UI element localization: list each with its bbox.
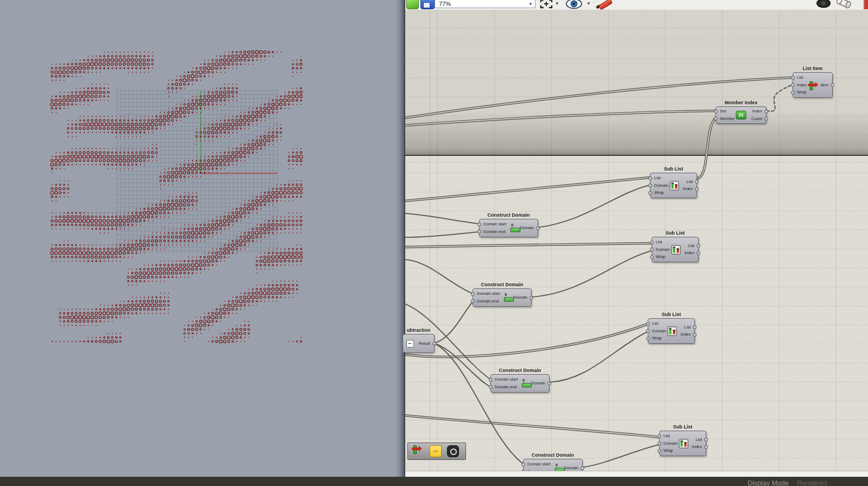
wire[interactable] [531, 251, 651, 297]
input-nub[interactable] [791, 83, 795, 87]
input-nub[interactable] [648, 176, 652, 180]
param-label: Domain [652, 329, 666, 333]
hidden-preview-eye-icon[interactable] [815, 0, 832, 9]
component-subtraction[interactable]: ubtractionResult− [403, 334, 435, 353]
chevron-down-icon[interactable]: ▼ [555, 1, 559, 6]
sublist-icon [668, 326, 677, 336]
input-nub[interactable] [648, 184, 652, 187]
preview-eye-icon[interactable] [447, 445, 459, 457]
input-nub[interactable] [646, 322, 650, 326]
input-nub[interactable] [489, 385, 493, 389]
input-nub[interactable] [646, 337, 650, 340]
input-nub[interactable] [658, 441, 661, 445]
viewport-canvas-separator[interactable] [392, 0, 405, 477]
component-construct-domain-1[interactable]: Construct DomainDomain startDomain endDo… [479, 219, 538, 237]
zoom-level-value: 77% [439, 1, 451, 7]
wire[interactable] [434, 301, 473, 343]
param-label: Set [720, 109, 726, 113]
input-nub[interactable] [650, 255, 654, 259]
rhino-viewport[interactable] [0, 0, 405, 477]
component-sub-list-4[interactable]: Sub ListListDomainWrapListIndex [659, 431, 706, 456]
input-nub[interactable] [658, 449, 661, 453]
component-title: Sub List [673, 424, 693, 430]
output-nub[interactable] [764, 110, 768, 113]
output-nub[interactable] [697, 251, 700, 255]
wire[interactable] [697, 118, 715, 179]
output-nub[interactable] [432, 342, 436, 345]
input-nub[interactable] [648, 191, 652, 195]
component-title: Sub List [666, 230, 685, 236]
red-partial-icon[interactable] [863, 0, 868, 9]
wire[interactable] [405, 213, 478, 224]
input-nub[interactable] [521, 463, 525, 466]
wire[interactable] [538, 185, 649, 228]
input-nub[interactable] [471, 292, 475, 296]
input-nub[interactable] [714, 117, 718, 121]
wire[interactable] [405, 260, 472, 293]
input-nub[interactable] [489, 378, 493, 382]
input-nub[interactable] [791, 76, 795, 80]
param-label: Item [820, 83, 828, 87]
preview-eye-icon[interactable] [565, 0, 583, 10]
wire[interactable] [582, 445, 659, 468]
output-nub[interactable] [695, 187, 699, 191]
input-nub[interactable] [714, 110, 718, 113]
output-nub[interactable] [580, 466, 584, 470]
param-label: Result [419, 342, 430, 346]
document-preview-cylinder-icon[interactable] [835, 0, 853, 10]
squiggle-icon[interactable]: ∼ [430, 445, 442, 457]
output-nub[interactable] [693, 333, 697, 337]
grasshopper-window: 77% ▼ ▼ ▼ [405, 0, 868, 481]
component-sub-list-2[interactable]: Sub ListListDomainWrapListIndex [652, 237, 699, 262]
component-construct-domain-2[interactable]: Construct DomainDomain startDomain endDo… [473, 288, 532, 307]
component-member-index[interactable]: Member IndexSetMemberIndexCountm [716, 106, 767, 124]
output-nub[interactable] [704, 445, 708, 449]
input-nub[interactable] [471, 299, 475, 303]
input-nub[interactable] [650, 241, 654, 244]
save-file-icon[interactable] [420, 0, 435, 9]
cdom-icon: 0 1 [504, 294, 514, 302]
wire[interactable] [405, 111, 715, 125]
param-label: List [695, 438, 702, 442]
wire[interactable] [434, 343, 490, 387]
component-title: Construct Domain [532, 452, 574, 458]
param-label: Domain start [527, 462, 551, 466]
input-nub[interactable] [477, 230, 481, 233]
zoom-level-combobox[interactable]: 77% ▼ [435, 0, 535, 8]
output-nub[interactable] [536, 226, 540, 230]
rhino-grasshopper-window: 77% ▼ ▼ ▼ [0, 0, 868, 486]
component-title: Construct Domain [481, 282, 523, 287]
input-nub[interactable] [658, 434, 661, 438]
output-nub[interactable] [831, 83, 834, 87]
component-list-item[interactable]: List ItemListIndexWrapItem [793, 72, 833, 98]
param-label: List [656, 240, 662, 244]
list-item-icon[interactable] [412, 445, 424, 457]
component-sub-list-3[interactable]: Sub ListListDomainWrapListIndex [648, 318, 695, 344]
sketch-pen-icon[interactable] [596, 0, 615, 9]
param-label: List [652, 321, 659, 326]
wire[interactable] [405, 232, 478, 237]
param-label: Index [797, 83, 807, 87]
chevron-down-icon[interactable]: ▼ [586, 1, 591, 6]
output-nub[interactable] [547, 382, 551, 386]
component-construct-domain-3[interactable]: Construct DomainDomain startDomain endDo… [490, 374, 550, 393]
input-nub[interactable] [477, 223, 481, 226]
input-nub[interactable] [650, 248, 654, 251]
new-file-icon[interactable] [406, 0, 419, 9]
wire-dashed[interactable] [767, 85, 791, 111]
component-sub-list-1[interactable]: Sub ListListDomainWrapListIndex [650, 173, 697, 198]
param-label: Domain start [495, 377, 518, 382]
component-title: Sub List [664, 166, 684, 172]
input-nub[interactable] [646, 329, 650, 333]
param-label: Domain [654, 184, 668, 188]
output-nub[interactable] [529, 296, 533, 300]
cdom-icon: 0 1 [522, 380, 532, 388]
display-mode-value[interactable]: Rendered [797, 479, 827, 486]
input-nub[interactable] [791, 91, 795, 94]
zoom-extents-icon[interactable] [540, 0, 553, 9]
param-label: Domain end [483, 230, 505, 234]
param-label: Domain [663, 441, 678, 446]
param-label: Domain end [477, 299, 499, 304]
chevron-down-icon[interactable]: ▼ [528, 0, 533, 9]
display-mode-label: Display Mode [748, 479, 789, 486]
